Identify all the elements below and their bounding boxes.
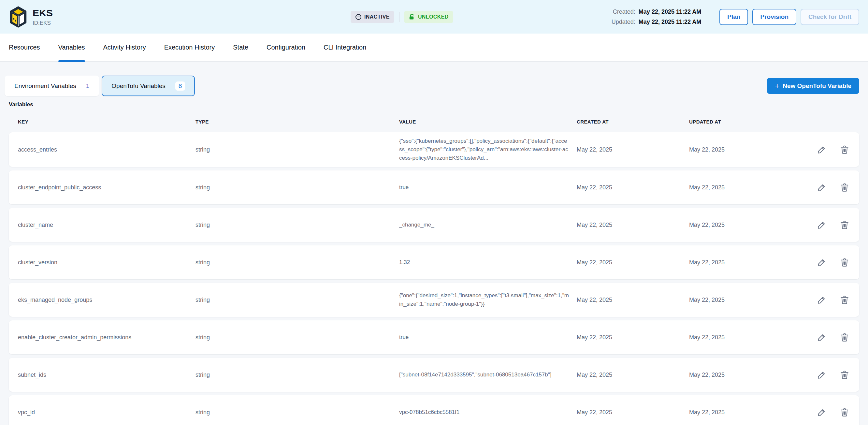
variable-key: enable_cluster_creator_admin_permissions	[18, 334, 195, 341]
variable-type: string	[195, 222, 399, 229]
variable-value: {"one":{"desired_size":1,"instance_types…	[399, 292, 577, 308]
updated-label: Updated:	[612, 19, 636, 25]
table-row: access_entries string {"sso":{"kubernete…	[9, 132, 859, 167]
pencil-icon	[817, 257, 827, 267]
variable-value: _change_me_	[399, 221, 577, 229]
variable-created-at: May 22, 2025	[577, 371, 689, 378]
edit-variable-button[interactable]	[817, 295, 827, 305]
table-row: cluster_version string 1.32 May 22, 2025…	[9, 245, 859, 279]
variable-type: string	[195, 146, 399, 153]
main-tab-bar: Resources Variables Activity History Exe…	[0, 34, 868, 62]
tab-opentofu-variables[interactable]: OpenTofu Variables 8	[102, 75, 195, 96]
pencil-icon	[817, 407, 827, 417]
plan-button[interactable]: Plan	[719, 9, 748, 25]
column-header: CREATED AT	[577, 119, 689, 124]
variable-updated-at: May 22, 2025	[689, 371, 803, 378]
delete-variable-button[interactable]	[840, 183, 849, 192]
column-header: TYPE	[195, 119, 399, 124]
variable-value: {"sso":{"kubernetes_groups":[],"policy_a…	[399, 137, 577, 162]
variable-type: string	[195, 371, 399, 378]
variable-type: string	[195, 334, 399, 341]
edit-variable-button[interactable]	[817, 145, 827, 154]
trash-icon	[840, 220, 849, 230]
pencil-icon	[817, 332, 827, 342]
main-tab-variables[interactable]: Variables	[58, 34, 85, 61]
table-row: enable_cluster_creator_admin_permissions…	[9, 321, 859, 354]
updated-value: May 22, 2025 11:22 AM	[639, 19, 701, 25]
variable-value: true	[399, 333, 577, 341]
created-label: Created:	[612, 8, 636, 15]
table-row: vpc_id string vpc-078b51c6cbc5581f1 May …	[9, 395, 859, 425]
edit-variable-button[interactable]	[817, 220, 827, 230]
variable-key: cluster_endpoint_public_access	[18, 184, 195, 191]
check-for-drift-button[interactable]: Check for Drift	[801, 9, 859, 25]
variable-type: string	[195, 259, 399, 266]
column-header: KEY	[18, 119, 195, 124]
variable-key: vpc_id	[18, 409, 195, 416]
variable-value: vpc-078b51c6cbc5581f1	[399, 408, 577, 417]
created-value: May 22, 2025 11:22 AM	[639, 8, 701, 15]
new-opentofu-variable-button[interactable]: + New OpenTofu Variable	[767, 78, 859, 94]
variable-key: cluster_version	[18, 259, 195, 266]
pencil-icon	[817, 295, 827, 305]
badge-divider	[399, 12, 400, 22]
delete-variable-button[interactable]	[840, 145, 849, 154]
edit-variable-button[interactable]	[817, 407, 827, 417]
delete-variable-button[interactable]	[840, 332, 849, 342]
delete-variable-button[interactable]	[840, 295, 849, 305]
delete-variable-button[interactable]	[840, 220, 849, 230]
variables-table: access_entries string {"sso":{"kubernete…	[0, 132, 868, 425]
delete-variable-button[interactable]	[840, 407, 849, 417]
edit-variable-button[interactable]	[817, 257, 827, 267]
variable-key: subnet_ids	[18, 371, 195, 378]
variables-page: Environment Variables 1 OpenTofu Variabl…	[0, 62, 868, 425]
trash-icon	[840, 145, 849, 154]
variable-updated-at: May 22, 2025	[689, 146, 803, 153]
column-header: UPDATED AT	[689, 119, 803, 124]
pencil-icon	[817, 220, 827, 230]
edit-variable-button[interactable]	[817, 183, 827, 192]
table-row: cluster_endpoint_public_access string tr…	[9, 171, 859, 204]
provision-button[interactable]: Provision	[752, 9, 796, 25]
table-row: subnet_ids string ["subnet-08f14e7142d33…	[9, 358, 859, 392]
pencil-icon	[817, 145, 827, 154]
main-tab-cli-integration[interactable]: CLI Integration	[323, 34, 366, 61]
delete-variable-button[interactable]	[840, 370, 849, 380]
status-badge: INACTIVE	[350, 11, 394, 23]
delete-variable-button[interactable]	[840, 257, 849, 267]
environment-variables-count: 1	[86, 83, 90, 90]
variable-created-at: May 22, 2025	[577, 297, 689, 303]
variables-section-title: Variables	[9, 101, 859, 108]
variable-updated-at: May 22, 2025	[689, 409, 803, 416]
environment-id: ID:EKS	[33, 20, 53, 26]
variable-created-at: May 22, 2025	[577, 146, 689, 153]
circle-minus-icon	[355, 14, 362, 20]
main-tab-configuration[interactable]: Configuration	[267, 34, 305, 61]
trash-icon	[840, 370, 849, 380]
tab-environment-variables[interactable]: Environment Variables 1	[5, 75, 99, 96]
page-title: EKS	[33, 7, 53, 19]
variable-created-at: May 22, 2025	[577, 259, 689, 266]
variable-created-at: May 22, 2025	[577, 222, 689, 229]
variable-key: cluster_name	[18, 222, 195, 229]
edit-variable-button[interactable]	[817, 370, 827, 380]
trash-icon	[840, 332, 849, 342]
main-tab-state[interactable]: State	[233, 34, 248, 61]
trash-icon	[840, 183, 849, 192]
variable-created-at: May 22, 2025	[577, 334, 689, 341]
edit-variable-button[interactable]	[817, 332, 827, 342]
column-header: VALUE	[399, 119, 577, 124]
main-tab-activity-history[interactable]: Activity History	[103, 34, 146, 61]
main-tab-resources[interactable]: Resources	[9, 34, 40, 61]
eks-cube-logo-icon	[10, 6, 27, 28]
table-row: cluster_name string _change_me_ May 22, …	[9, 208, 859, 242]
timestamps: Created: May 22, 2025 11:22 AM Updated: …	[612, 8, 702, 25]
unlock-icon	[409, 13, 415, 20]
variable-updated-at: May 22, 2025	[689, 184, 803, 191]
variable-type: string	[195, 297, 399, 303]
trash-icon	[840, 295, 849, 305]
variable-updated-at: May 22, 2025	[689, 222, 803, 229]
trash-icon	[840, 407, 849, 417]
variable-value: 1.32	[399, 258, 577, 267]
main-tab-execution-history[interactable]: Execution History	[164, 34, 215, 61]
